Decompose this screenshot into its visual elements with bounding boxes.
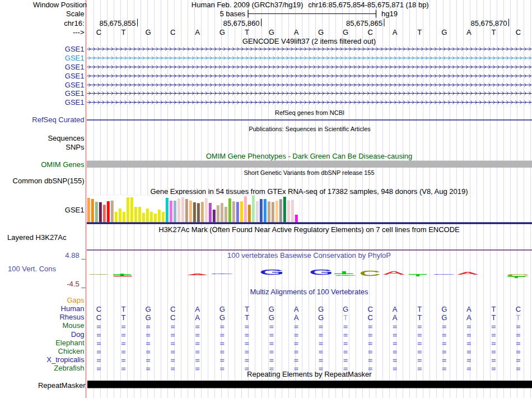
- svg-text:G: G: [343, 305, 348, 313]
- svg-text:C: C: [96, 313, 101, 322]
- svg-text:T: T: [343, 313, 348, 322]
- svg-text:C: C: [170, 313, 175, 322]
- svg-text:Short Genetic Variants from db: Short Genetic Variants from dbSNP releas…: [244, 169, 374, 176]
- svg-text:C: C: [368, 28, 373, 36]
- svg-text:G: G: [441, 313, 447, 322]
- svg-text:G: G: [260, 269, 284, 276]
- svg-text:5 bases: 5 bases: [220, 10, 245, 18]
- svg-text:85,675,870: 85,675,870: [470, 19, 507, 27]
- svg-text:C: C: [170, 305, 175, 313]
- svg-text:Elephant: Elephant: [55, 339, 85, 347]
- svg-text:85,675,860: 85,675,860: [223, 19, 259, 27]
- svg-text:G: G: [441, 28, 447, 36]
- svg-text:A: A: [393, 28, 398, 36]
- svg-text:G: G: [220, 305, 225, 313]
- svg-text:T: T: [245, 305, 249, 313]
- svg-text:C: C: [516, 305, 521, 313]
- svg-text:T: T: [492, 28, 496, 36]
- svg-text:RefSeq Curated: RefSeq Curated: [32, 115, 84, 124]
- svg-text:chr16:85,675,854-85,675,871 (1: chr16:85,675,854-85,675,871 (18 bp): [308, 1, 428, 9]
- svg-text:C: C: [360, 270, 380, 277]
- svg-text:C: C: [368, 313, 373, 322]
- svg-text:G: G: [432, 274, 456, 275]
- svg-text:RepeatMasker: RepeatMasker: [38, 381, 86, 390]
- svg-text:T: T: [245, 28, 249, 36]
- svg-text:GSE1: GSE1: [65, 81, 85, 89]
- svg-text:T: T: [492, 305, 496, 313]
- svg-text:chr16:: chr16:: [64, 19, 84, 27]
- svg-text:GSE1: GSE1: [65, 206, 85, 214]
- svg-text:Publications: Sequences in Sci: Publications: Sequences in Scientific Ar…: [249, 126, 371, 132]
- svg-text:A: A: [195, 313, 200, 322]
- svg-text:hg19: hg19: [381, 10, 398, 18]
- svg-text:GSE1: GSE1: [65, 72, 85, 80]
- svg-text:G: G: [318, 305, 324, 313]
- svg-text:Human: Human: [61, 304, 85, 313]
- svg-text:C: C: [516, 28, 521, 36]
- svg-text:G: G: [334, 275, 357, 276]
- svg-text:A: A: [195, 305, 200, 313]
- svg-text:G: G: [146, 28, 151, 36]
- svg-text:85,675,865: 85,675,865: [346, 19, 382, 27]
- svg-text:G: G: [318, 28, 324, 36]
- svg-text:T: T: [245, 313, 249, 322]
- svg-text:A: A: [466, 313, 472, 322]
- svg-text:A: A: [393, 313, 398, 322]
- svg-text:GSE1: GSE1: [65, 54, 85, 62]
- svg-text:A: A: [188, 274, 208, 275]
- svg-text:T: T: [122, 305, 126, 313]
- svg-text:G: G: [309, 269, 333, 276]
- svg-text:OMIM Gene Phenotypes - Dark Gr: OMIM Gene Phenotypes - Dark Green Can Be…: [206, 152, 413, 160]
- svg-text:100 vertebrates Basewise Conse: 100 vertebrates Basewise Conservation by…: [227, 251, 391, 260]
- svg-text:C: C: [88, 274, 110, 275]
- svg-text:Mouse: Mouse: [62, 321, 84, 330]
- svg-text:GENCODE V49lift37 (2 items fil: GENCODE V49lift37 (2 items filtered out): [242, 37, 376, 45]
- svg-text:A: A: [466, 305, 472, 313]
- svg-text:Rhesus: Rhesus: [59, 313, 85, 321]
- svg-text:T: T: [417, 305, 422, 313]
- svg-text:T: T: [122, 313, 126, 322]
- svg-text:T: T: [516, 313, 521, 322]
- svg-text:Gaps: Gaps: [67, 296, 85, 304]
- svg-text:C: C: [368, 305, 373, 313]
- svg-text:A: A: [195, 28, 200, 36]
- svg-text:H3K27Ac Mark (Often Found Near: H3K27Ac Mark (Often Found Near Active Re…: [158, 225, 460, 234]
- svg-text:Scale: Scale: [66, 10, 85, 18]
- svg-text:GSE1: GSE1: [65, 45, 85, 53]
- svg-text:Window Position: Window Position: [33, 1, 87, 9]
- svg-text:--->: --->: [73, 28, 85, 36]
- svg-text:A: A: [458, 271, 478, 276]
- svg-text:OMIM Genes: OMIM Genes: [41, 160, 85, 169]
- svg-text:C: C: [96, 305, 101, 313]
- svg-text:SNPs: SNPs: [66, 143, 85, 151]
- svg-text:G: G: [220, 313, 225, 322]
- svg-text:GSE1: GSE1: [65, 63, 85, 71]
- svg-text:X_tropicalis: X_tropicalis: [46, 355, 85, 364]
- svg-text:G: G: [269, 313, 274, 322]
- svg-text:Layered H3K27Ac: Layered H3K27Ac: [7, 233, 67, 242]
- svg-text:GSE1: GSE1: [65, 89, 85, 98]
- svg-text:RefSeq genes from NCBI: RefSeq genes from NCBI: [275, 109, 344, 116]
- svg-text:4.88 _: 4.88 _: [65, 251, 86, 260]
- svg-text:Zebrafish: Zebrafish: [54, 364, 84, 372]
- svg-text:G: G: [441, 305, 447, 313]
- svg-text:A: A: [393, 305, 398, 313]
- svg-text:C: C: [170, 28, 175, 36]
- svg-text:C: C: [96, 28, 101, 36]
- svg-text:Human Feb. 2009 (GRCh37/hg19): Human Feb. 2009 (GRCh37/hg19): [192, 1, 303, 9]
- svg-text:A: A: [384, 270, 405, 276]
- svg-text:G: G: [269, 305, 274, 313]
- svg-text:Dog: Dog: [71, 330, 85, 339]
- svg-text:T: T: [417, 28, 422, 36]
- svg-text:Gene Expression in 54 tissues: Gene Expression in 54 tissues from GTEx …: [150, 187, 468, 196]
- svg-text:T: T: [417, 313, 422, 322]
- svg-text:Chicken: Chicken: [58, 347, 85, 355]
- svg-text:G: G: [269, 28, 274, 36]
- svg-text:G: G: [210, 273, 235, 274]
- svg-text:Repeating Elements by RepeatMa: Repeating Elements by RepeatMasker: [247, 370, 372, 378]
- svg-text:A: A: [466, 28, 472, 36]
- svg-text:100 Vert. Cons: 100 Vert. Cons: [8, 265, 56, 273]
- svg-text:A: A: [294, 305, 299, 313]
- svg-text:G: G: [220, 28, 225, 36]
- svg-text:T: T: [492, 313, 496, 322]
